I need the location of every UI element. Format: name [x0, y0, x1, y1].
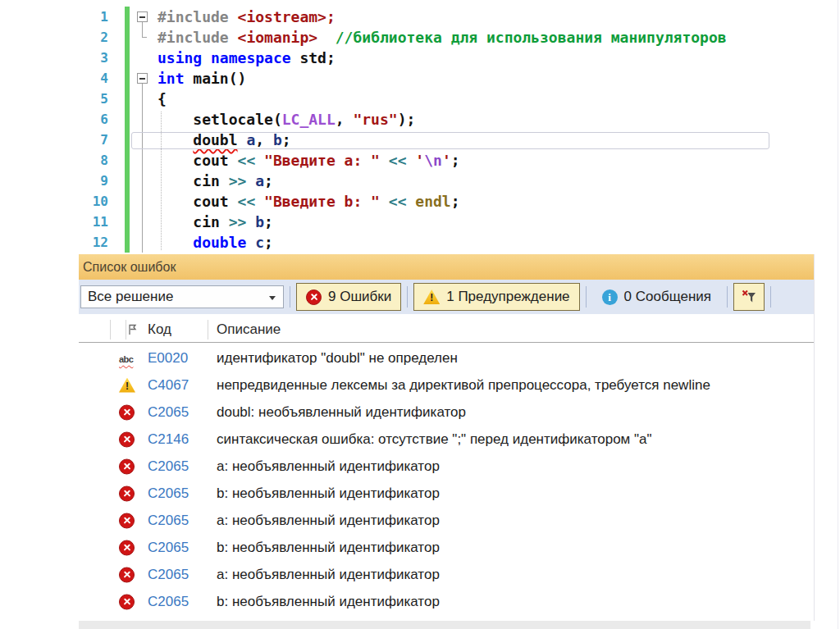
- filter-funnel-x-icon: [742, 289, 756, 304]
- error-description: непредвиденные лексемы за директивой пре…: [217, 371, 710, 399]
- error-code-link[interactable]: C2065: [148, 588, 189, 615]
- messages-filter-button[interactable]: i 0 Сообщения: [592, 283, 721, 311]
- error-circle-x-icon: [119, 404, 135, 420]
- error-rows: abcE0020идентификатор "doubl" не определ…: [79, 344, 814, 615]
- line-number: 4: [79, 68, 108, 89]
- toolbar-separator: [407, 286, 408, 308]
- error-code-link[interactable]: C2065: [148, 399, 189, 426]
- error-code-link[interactable]: C2065: [148, 453, 189, 480]
- error-circle-x-icon: [119, 594, 135, 609]
- column-header-severity[interactable]: [128, 324, 137, 339]
- error-description: a: необъявленный идентификатор: [217, 561, 440, 588]
- code-text: #include <iomanip> //библиотека для испо…: [158, 27, 727, 48]
- code-line-9[interactable]: 9 cin >> a;: [79, 171, 840, 191]
- code-line-10[interactable]: 10 cout << "Введите b: " << endl;: [79, 191, 840, 212]
- error-code-link[interactable]: C2065: [148, 561, 189, 588]
- toolbar-separator: [586, 286, 587, 308]
- filter-button[interactable]: [733, 283, 765, 311]
- error-description: b: необъявленный идентификатор: [217, 588, 440, 615]
- error-row[interactable]: C2065doubl: необъявленный идентификатор: [79, 399, 814, 426]
- line-number: 2: [79, 27, 108, 48]
- code-line-3[interactable]: 3using namespace std;: [79, 48, 840, 68]
- severity-flag-icon: [128, 324, 137, 335]
- error-row[interactable]: C2065a: необъявленный идентификатор: [79, 561, 814, 588]
- code-line-12[interactable]: 12 double c;: [79, 232, 840, 253]
- line-number: 5: [79, 89, 108, 109]
- error-row[interactable]: C2065a: необъявленный идентификатор: [79, 453, 814, 480]
- error-row[interactable]: C2065b: необъявленный идентификатор: [79, 588, 814, 615]
- column-header-description[interactable]: Описание: [217, 317, 281, 342]
- code-text: cout << "Введите a: " << '\n';: [158, 150, 460, 171]
- error-row[interactable]: C2065a: необъявленный идентификатор: [79, 507, 814, 534]
- current-line-highlight: [131, 132, 769, 149]
- line-number: 6: [79, 109, 108, 130]
- error-description: a: необъявленный идентификатор: [217, 453, 440, 480]
- messages-filter-label: 0 Сообщения: [624, 289, 711, 305]
- error-row[interactable]: C2065b: необъявленный идентификатор: [79, 534, 814, 561]
- warnings-filter-button[interactable]: ! 1 Предупреждение: [413, 283, 579, 311]
- line-number: 10: [79, 191, 108, 212]
- code-text: {: [158, 89, 167, 109]
- code-text: using namespace std;: [158, 48, 336, 68]
- error-description: b: необъявленный идентификатор: [217, 534, 440, 561]
- error-row[interactable]: C2065b: необъявленный идентификатор: [79, 480, 814, 507]
- scope-dropdown-value: Все решение: [88, 289, 173, 305]
- panel-title: Список ошибок: [83, 260, 176, 275]
- error-code-link[interactable]: C2065: [148, 507, 189, 534]
- line-number: 12: [79, 232, 108, 253]
- error-code-link[interactable]: C2065: [148, 480, 189, 507]
- code-line-2[interactable]: 2#include <iomanip> //библиотека для исп…: [79, 27, 840, 48]
- code-text: setlocale(LC_ALL, "rus");: [158, 109, 415, 130]
- horizontal-scrollbar[interactable]: [79, 621, 810, 629]
- abc-squiggle-icon: abc: [119, 351, 133, 366]
- panel-title-bar[interactable]: Список ошибок: [79, 254, 814, 280]
- info-circle-icon: i: [602, 289, 618, 305]
- code-line-4[interactable]: 4int main(): [79, 68, 840, 89]
- error-circle-x-icon: [119, 485, 135, 501]
- column-separator: [126, 320, 126, 340]
- warning-triangle-icon: !: [423, 289, 440, 304]
- error-row[interactable]: C2146синтаксическая ошибка: отсутствие "…: [79, 426, 814, 453]
- error-list-panel: Список ошибок Все решение 9 Ошибки ! 1 П…: [79, 254, 815, 621]
- scope-dropdown[interactable]: Все решение: [80, 285, 284, 308]
- code-line-6[interactable]: 6 setlocale(LC_ALL, "rus");: [79, 109, 840, 130]
- column-separator: [208, 320, 208, 340]
- error-description: синтаксическая ошибка: отсутствие ";" пе…: [217, 426, 652, 453]
- error-code-link[interactable]: E0020: [148, 344, 188, 371]
- code-text: int main(): [158, 68, 246, 89]
- error-code-link[interactable]: C2146: [148, 426, 189, 453]
- code-line-11[interactable]: 11 cin >> b;: [79, 212, 840, 232]
- error-code-link[interactable]: C4067: [148, 371, 189, 399]
- code-text: cin >> a;: [158, 171, 273, 191]
- code-editor[interactable]: 1#include <iostream>;2#include <iomanip>…: [79, 0, 840, 254]
- code-text: double c;: [158, 232, 273, 253]
- errors-filter-label: 9 Ошибки: [328, 289, 391, 305]
- code-text: cin >> b;: [158, 212, 273, 232]
- errors-filter-button[interactable]: 9 Ошибки: [296, 283, 401, 311]
- error-circle-x-icon: [119, 458, 135, 474]
- code-line-1[interactable]: 1#include <iostream>;: [79, 7, 840, 27]
- toolbar-separator: [727, 286, 728, 308]
- error-list-toolbar: Все решение 9 Ошибки ! 1 Предупреждение …: [79, 280, 814, 314]
- error-circle-x-icon: [119, 431, 135, 447]
- column-separator: [110, 320, 111, 340]
- error-circle-x-icon: [119, 513, 135, 528]
- error-description: doubl: необъявленный идентификатор: [217, 399, 466, 426]
- error-circle-x-icon: [119, 567, 135, 582]
- code-line-5[interactable]: 5{: [79, 89, 840, 109]
- line-number: 11: [79, 212, 108, 232]
- line-number: 7: [79, 130, 108, 150]
- error-row[interactable]: !C4067непредвиденные лексемы за директив…: [79, 371, 814, 399]
- line-number: 1: [79, 7, 108, 27]
- code-text: #include <iostream>;: [158, 7, 336, 27]
- chevron-down-icon: [269, 296, 276, 300]
- screenshot-root: 1#include <iostream>;2#include <iomanip>…: [0, 0, 840, 629]
- error-row[interactable]: abcE0020идентификатор "doubl" не определ…: [79, 344, 814, 371]
- right-edge-line: [838, 0, 838, 629]
- code-line-8[interactable]: 8 cout << "Введите a: " << '\n';: [79, 150, 840, 171]
- error-circle-x-icon: [119, 540, 135, 555]
- line-number: 8: [79, 150, 108, 171]
- column-header-code[interactable]: Код: [148, 317, 171, 342]
- error-code-link[interactable]: C2065: [148, 534, 189, 561]
- toolbar-separator: [290, 286, 290, 308]
